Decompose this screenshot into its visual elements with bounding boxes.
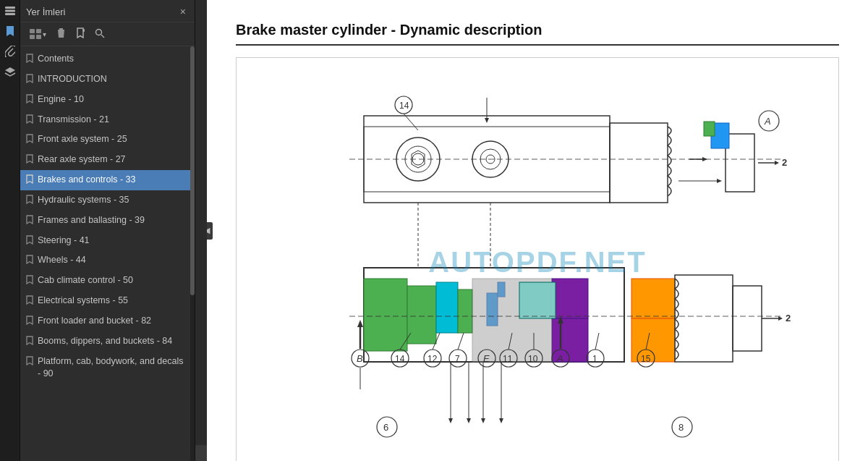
- sidebar-item-label: Front loader and bucket - 82: [38, 315, 187, 327]
- svg-text:E: E: [483, 353, 490, 364]
- svg-text:1: 1: [592, 354, 597, 364]
- page-container: Brake master cylinder - Dynamic descript…: [207, 0, 868, 461]
- sidebar-item-label: Electrical systems - 55: [38, 295, 187, 307]
- bookmark-icon: [26, 174, 33, 187]
- sidebar-item-label: INTRODUCTION: [38, 73, 187, 85]
- toolbar-bookmark-add-button[interactable]: [72, 25, 88, 43]
- main-content: ◀ Brake master cylinder - Dynamic descri…: [207, 0, 868, 461]
- icon-bar: [0, 0, 20, 461]
- svg-rect-49: [552, 279, 588, 318]
- svg-text:10: 10: [528, 354, 538, 364]
- sidebar-bookmarks-list: ContentsINTRODUCTIONEngine - 10Transmiss…: [20, 46, 195, 461]
- sidebar-item-label: Steering - 41: [38, 234, 187, 247]
- sidebar-item-label: Cab climate control - 50: [38, 274, 187, 287]
- collapse-sidebar-arrow[interactable]: [195, 445, 207, 461]
- bookmark-icon: [26, 74, 33, 86]
- sidebar-item-hydraulic[interactable]: Hydraulic systems - 35: [20, 190, 195, 211]
- sidebar-item-label: Wheels - 44: [38, 254, 187, 266]
- svg-rect-46: [458, 289, 472, 333]
- sidebar-item-contents[interactable]: Contents: [20, 49, 195, 69]
- sidebar-toolbar: ▾: [20, 22, 195, 46]
- sidebar-item-engine[interactable]: Engine - 10: [20, 90, 195, 110]
- svg-rect-5: [30, 35, 35, 39]
- bookmark-panel-icon[interactable]: [2, 23, 18, 39]
- bookmark-icon: [26, 235, 33, 248]
- sidebar-item-introduction[interactable]: INTRODUCTION: [20, 69, 195, 90]
- bookmark-icon: [26, 336, 33, 348]
- bookmark-icon: [26, 114, 33, 127]
- layers-icon[interactable]: [2, 3, 18, 19]
- toolbar-view-dropdown[interactable]: ▾: [26, 27, 50, 41]
- svg-text:B: B: [357, 353, 363, 364]
- svg-text:12: 12: [427, 354, 438, 364]
- sidebar-item-wheels[interactable]: Wheels - 44: [20, 250, 195, 271]
- bookmark-icon: [26, 54, 33, 66]
- toolbar-delete-button[interactable]: [53, 25, 69, 43]
- svg-rect-54: [519, 282, 556, 318]
- svg-point-10: [96, 29, 102, 35]
- bookmark-icon: [26, 275, 33, 287]
- sidebar-item-cab-climate[interactable]: Cab climate control - 50: [20, 271, 195, 291]
- svg-rect-12: [277, 58, 798, 461]
- svg-text:7: 7: [455, 354, 460, 364]
- svg-rect-44: [407, 286, 436, 344]
- bookmark-icon: [26, 255, 33, 267]
- svg-text:15: 15: [641, 354, 651, 364]
- bookmark-icon: [26, 195, 33, 207]
- sidebar-header: Yer İmleri ×: [20, 0, 195, 22]
- bookmark-icon: [26, 215, 33, 227]
- svg-text:11: 11: [503, 354, 513, 364]
- sidebar-item-label: Brakes and controls - 33: [38, 174, 187, 186]
- sidebar-close-button[interactable]: ×: [177, 4, 189, 19]
- layers2-icon[interactable]: [2, 64, 18, 80]
- sidebar-title: Yer İmleri: [26, 7, 65, 17]
- sidebar-item-label: Front axle system - 25: [38, 133, 187, 145]
- svg-text:14: 14: [395, 354, 405, 364]
- paperclip-icon[interactable]: [2, 43, 18, 59]
- svg-rect-2: [5, 13, 15, 15]
- svg-rect-43: [364, 279, 407, 351]
- sidebar-item-front-axle[interactable]: Front axle system - 25: [20, 130, 195, 150]
- bookmark-icon: [26, 356, 33, 368]
- svg-text:2: 2: [786, 313, 791, 323]
- svg-text:6: 6: [383, 422, 388, 433]
- svg-text:8: 8: [678, 422, 684, 433]
- sidebar-item-front-loader[interactable]: Front loader and bucket - 82: [20, 311, 195, 331]
- brake-cylinder-diagram: 2 A A 14: [237, 58, 838, 461]
- svg-rect-28: [704, 122, 715, 136]
- sidebar-collapse-arrow[interactable]: ◀: [207, 222, 213, 240]
- sidebar-item-label: Booms, dippers, and buckets - 84: [38, 335, 187, 347]
- svg-rect-4: [30, 29, 35, 33]
- sidebar-item-label: Rear axle system - 27: [38, 153, 187, 166]
- toolbar-search-button[interactable]: [91, 26, 109, 43]
- sidebar-item-transmission[interactable]: Transmission - 21: [20, 110, 195, 130]
- sidebar-item-label: Hydraulic systems - 35: [38, 194, 187, 206]
- svg-text:14: 14: [399, 101, 409, 111]
- sidebar-item-platform[interactable]: Platform, cab, bodywork, and decals - 90: [20, 352, 195, 384]
- svg-rect-1: [5, 10, 15, 12]
- bookmark-icon: [26, 94, 33, 106]
- svg-rect-45: [436, 282, 458, 333]
- bookmark-icon: [26, 316, 33, 328]
- sidebar-item-brakes[interactable]: Brakes and controls - 33: [20, 170, 195, 190]
- svg-rect-51: [631, 279, 675, 318]
- sidebar-item-electrical[interactable]: Electrical systems - 55: [20, 291, 195, 311]
- svg-text:2: 2: [782, 157, 787, 168]
- sidebar-item-label: Frames and ballasting - 39: [38, 214, 187, 227]
- svg-marker-3: [5, 67, 15, 73]
- sidebar-item-rear-axle[interactable]: Rear axle system - 27: [20, 150, 195, 170]
- sidebar-item-label: Transmission - 21: [38, 114, 187, 126]
- sidebar-item-label: Engine - 10: [38, 93, 187, 106]
- sidebar-item-booms[interactable]: Booms, dippers, and buckets - 84: [20, 331, 195, 352]
- svg-rect-0: [5, 7, 15, 9]
- sidebar-item-frames[interactable]: Frames and ballasting - 39: [20, 211, 195, 231]
- svg-text:A: A: [764, 116, 771, 127]
- svg-rect-7: [36, 35, 41, 39]
- svg-rect-6: [36, 29, 41, 33]
- svg-line-11: [101, 35, 104, 38]
- sidebar-item-label: Contents: [38, 53, 187, 65]
- sidebar-item-steering[interactable]: Steering - 41: [20, 231, 195, 251]
- bookmark-icon: [26, 295, 33, 308]
- page-title: Brake master cylinder - Dynamic descript…: [236, 22, 839, 46]
- diagram-container: AUTOPDF.NET: [236, 57, 839, 461]
